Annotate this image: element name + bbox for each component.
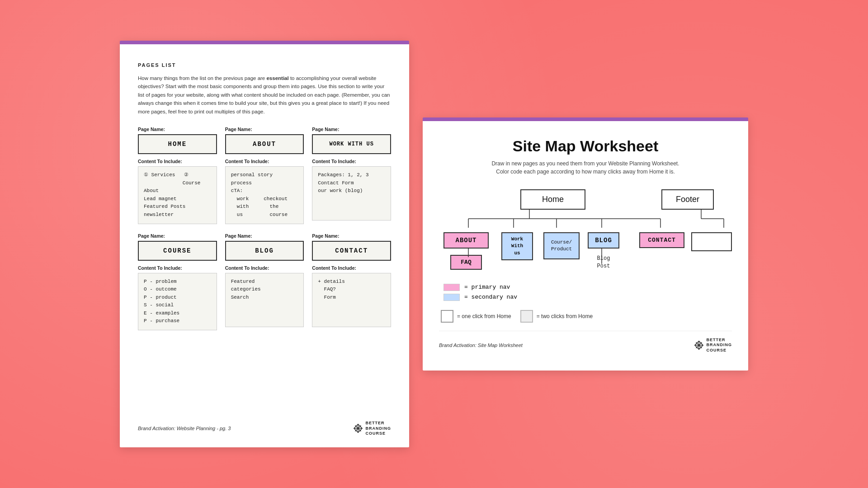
diamond-icon-right — [694, 340, 704, 350]
page-block-contact: Page Name: Contact Content To Include: +… — [312, 233, 391, 331]
page-block-home: Page Name: Home Content To Include: ① Se… — [138, 127, 217, 224]
brand-logo-right: BETTERBRANDINGCOURSE — [694, 338, 732, 353]
page-name-blog: Blog — [225, 241, 304, 261]
left-footer: Brand Activation: Website Planning - pg.… — [138, 421, 391, 436]
page-block-work: Page Name: Work With Us Content To Inclu… — [312, 127, 391, 224]
sitemap-diagram: Home Footer About FAQ WorkWithus — [439, 189, 732, 323]
node-footer: Footer — [661, 189, 714, 210]
content-blog: Featured categories Search — [225, 273, 304, 327]
legend-one-click-box — [441, 310, 453, 323]
intro-text: How many things from the list on the pre… — [138, 74, 391, 116]
nav-legend: = primary nav = secondary nav — [443, 284, 732, 301]
page-name-contact: Contact — [312, 241, 391, 261]
legend-secondary-label: = secondary nav — [464, 294, 517, 300]
page-name-course: Course — [138, 241, 217, 261]
node-contact: Contact — [639, 232, 684, 248]
legend-two-click-label: = two clicks from Home — [537, 313, 593, 319]
right-worksheet: Site Map Worksheet Draw in new pages as … — [423, 117, 748, 371]
page-name-about: About — [225, 134, 304, 154]
brand-text-right: BETTERBRANDINGCOURSE — [707, 338, 732, 353]
node-blog: Blog — [588, 232, 619, 249]
legend-two-click-box — [520, 310, 533, 323]
legend-blue-swatch — [443, 294, 460, 301]
right-footer-text: Brand Activation: Site Map Worksheet — [439, 343, 523, 348]
brand-logo-left: BETTERBRANDINGCOURSE — [353, 421, 392, 436]
node-home: Home — [520, 189, 585, 210]
sitemap-subtitle: Draw in new pages as you need them from … — [439, 160, 732, 176]
node-faq: FAQ — [450, 255, 482, 270]
left-footer-text: Brand Activation: Website Planning - pg.… — [138, 426, 231, 431]
content-contact: + details FAQ? Form — [312, 273, 391, 327]
page-block-blog: Page Name: Blog Content To Include: Feat… — [225, 233, 304, 331]
right-footer: Brand Activation: Site Map Worksheet BET… — [439, 331, 732, 353]
left-worksheet: PAGES LIST How many things from the list… — [120, 41, 409, 447]
diamond-icon — [353, 423, 363, 433]
node-about: About — [443, 232, 489, 249]
node-empty — [691, 232, 732, 251]
legend-one-click-label: = one click from Home — [457, 313, 511, 319]
node-course: Course/Product — [543, 232, 580, 259]
page-name-home: Home — [138, 134, 217, 154]
sitemap-title: Site Map Worksheet — [439, 137, 732, 155]
legend-primary-label: = primary nav — [464, 284, 510, 291]
content-work: Packages: 1, 2, 3 Contact Form our work … — [312, 166, 391, 221]
brand-text-left: BETTERBRANDINGCOURSE — [366, 421, 392, 436]
pages-grid: Page Name: Home Content To Include: ① Se… — [138, 127, 391, 330]
node-blog-post: BlogPost — [597, 255, 610, 270]
content-course: P - problem O - outcome P - product S - … — [138, 273, 217, 331]
content-home: ① Services ② Course About Lead magnet Fe… — [138, 166, 217, 224]
section-title: PAGES LIST — [138, 62, 391, 68]
node-work: WorkWithus — [501, 232, 533, 260]
page-block-course: Page Name: Course Content To Include: P … — [138, 233, 217, 331]
page-name-work: Work With Us — [312, 134, 391, 154]
clicks-legend: = one click from Home = two clicks from … — [441, 310, 732, 323]
content-about: personal story process cTA: work checkou… — [225, 166, 304, 224]
legend-pink-swatch — [443, 284, 460, 291]
page-block-about: Page Name: About Content To Include: per… — [225, 127, 304, 224]
